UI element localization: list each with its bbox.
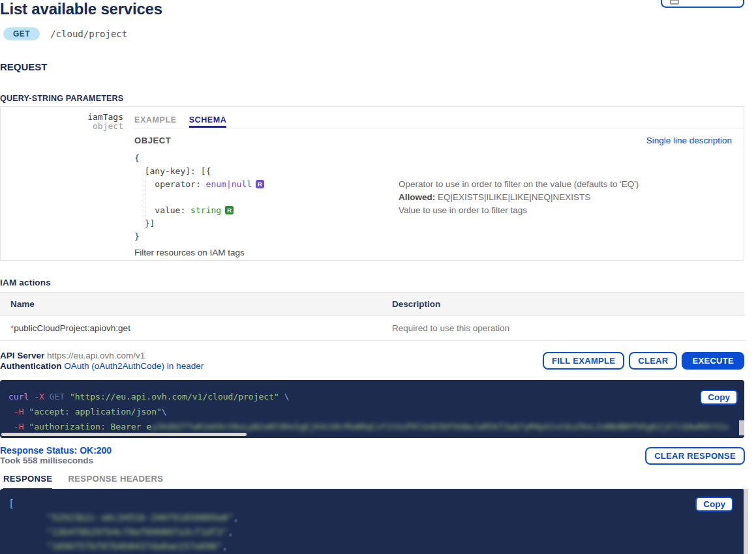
param-name: iamTags	[1, 113, 123, 122]
required-badge-icon: R	[256, 180, 264, 188]
endpoint-row: GET /cloud/project	[3, 27, 127, 40]
api-server-line: API Server https://eu.api.ovh.com/v1	[0, 351, 204, 360]
clear-response-button[interactable]: CLEAR RESPONSE	[645, 447, 745, 465]
response-status-block: Response Status: OK:200 Took 558 millise…	[0, 445, 112, 466]
list-item: "52923b2c-a6c3451b-246f91850809a8",	[8, 510, 744, 525]
value-key: value:	[134, 205, 190, 215]
header-action-button[interactable]	[661, 0, 744, 8]
curl-line-1: curl -X GET "https://eu.api.ovh.com/v1/c…	[8, 389, 744, 404]
schema-line-open: {	[134, 152, 399, 165]
response-body-block: [ "52923b2c-a6c3451b-246f91850809a8", "1…	[0, 489, 744, 554]
operator-description: Operator to use in order to filter on th…	[399, 178, 744, 191]
oauth-link[interactable]: OAuth (oAuth2AuthCode) in header	[64, 361, 204, 371]
query-params-heading: QUERY-STRING PARAMETERS	[0, 94, 123, 103]
param-schema-panel: iamTags object EXAMPLE SCHEMA OBJECT Sin…	[0, 106, 744, 261]
schema-object-type-label: OBJECT	[134, 136, 171, 145]
api-server-url: https://eu.api.ovh.com/v1	[47, 351, 145, 360]
curl-line-2: -H "accept: application/json"\	[8, 404, 744, 419]
vertical-scrollbar-thumb[interactable]	[739, 420, 744, 435]
page-title: List available services	[0, 0, 162, 18]
object-row: OBJECT Single line description	[134, 136, 744, 145]
console-icon	[670, 0, 679, 5]
curl-line-3: -H "authorization: Bearer ey3kQ9ZfTwR1mX…	[8, 419, 744, 434]
schema-code-grid: { [any-key]: [{ operator: enum|nullR Ope…	[134, 152, 744, 243]
http-method-badge: GET	[3, 27, 40, 40]
response-duration: Took 558 milliseconds	[0, 456, 112, 466]
value-description: Value to use in order to filter tags	[399, 204, 744, 217]
param-type: object	[1, 122, 123, 131]
horizontal-scrollbar-thumb[interactable]	[1, 433, 247, 436]
clear-button[interactable]: CLEAR	[629, 352, 677, 370]
authentication-label: Authentication	[0, 361, 62, 371]
curl-code-block: curl -X GET "https://eu.api.ovh.com/v1/c…	[0, 380, 744, 438]
schema-line-anykey: [any-key]: [{	[134, 165, 399, 178]
response-status: Response Status: OK:200	[0, 445, 112, 456]
schema-line-close: }	[134, 230, 399, 243]
copy-curl-button[interactable]: Copy	[700, 390, 738, 405]
schema-tabs: EXAMPLE SCHEMA	[134, 107, 744, 128]
tab-response[interactable]: RESPONSE	[3, 474, 52, 490]
authentication-line: Authentication OAuth (oAuth2AuthCode) in…	[0, 361, 204, 371]
iam-action-name: *publicCloudProject:apiovh:get	[0, 323, 382, 333]
request-section-heading: REQUEST	[0, 61, 48, 72]
api-server-label: API Server	[0, 351, 44, 360]
operator-type: enum|null	[206, 179, 252, 189]
server-info: API Server https://eu.api.ovh.com/v1 Aut…	[0, 351, 204, 372]
response-open-bracket: [	[8, 497, 744, 510]
tab-response-headers[interactable]: RESPONSE HEADERS	[68, 474, 163, 490]
allowed-values: EQ|EXISTS|ILIKE|LIKE|NEQ|NEXISTS	[435, 192, 590, 202]
indent-guide	[145, 170, 145, 230]
copy-response-button[interactable]: Copy	[695, 497, 733, 512]
param-panel-main: EXAMPLE SCHEMA OBJECT Single line descri…	[134, 107, 744, 260]
schema-body: { [any-key]: [{ operator: enum|nullR Ope…	[134, 152, 744, 257]
schema-line-operator: operator: enum|nullR	[134, 178, 399, 191]
param-label-column: iamTags object	[1, 113, 129, 131]
allowed-values-line: Allowed: EQ|EXISTS|ILIKE|LIKE|NEQ|NEXIST…	[399, 191, 744, 204]
table-row: *publicCloudProject:apiovh:get Required …	[0, 316, 744, 341]
single-line-description-link[interactable]: Single line description	[646, 136, 732, 145]
redacted-bearer-token: y3kQ9ZfTwR1mX0cV8uLpB2aN7dHs5gEjK4iO6rMx…	[151, 422, 728, 431]
tab-schema[interactable]: SCHEMA	[189, 115, 227, 128]
iam-col-description: Description	[382, 299, 744, 309]
schema-line-close-inner: }]	[134, 217, 399, 230]
iam-actions-heading: IAM actions	[0, 278, 51, 287]
schema-line-value: value: stringR	[134, 204, 399, 217]
execute-button[interactable]: EXECUTE	[682, 352, 744, 370]
iam-action-description: Required to use this operation	[382, 323, 744, 333]
value-type: string	[190, 205, 221, 215]
endpoint-path: /cloud/project	[50, 29, 127, 39]
iam-actions-table: Name Description *publicCloudProject:api…	[0, 292, 744, 341]
list-item: "13b4f8b29fb4cf8af60080fa3cf1df3",	[8, 525, 744, 539]
request-action-buttons: FILL EXAMPLE CLEAR EXECUTE	[543, 352, 744, 370]
allowed-label: Allowed:	[399, 192, 435, 202]
response-vertical-scrollbar[interactable]	[744, 489, 748, 554]
fill-example-button[interactable]: FILL EXAMPLE	[543, 352, 624, 370]
api-console-page: List available services GET /cloud/proje…	[0, 0, 756, 554]
response-tabs: RESPONSE RESPONSE HEADERS	[3, 474, 163, 490]
iam-table-header: Name Description	[0, 292, 744, 316]
required-badge-icon: R	[225, 206, 234, 214]
list-item: "1896f57bf87b4b8437da8ae157a098",	[8, 539, 744, 553]
iam-col-name: Name	[0, 299, 382, 309]
param-description: Filter resources on IAM tags	[134, 248, 744, 257]
tab-example[interactable]: EXAMPLE	[134, 115, 177, 128]
